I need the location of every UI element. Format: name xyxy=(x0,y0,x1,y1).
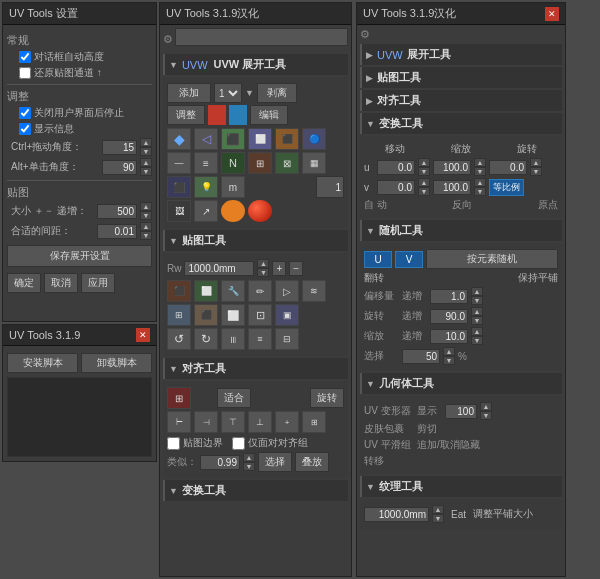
icon-row-input[interactable] xyxy=(316,176,344,198)
uvw-tools-header-r[interactable]: ▶ UVW 展开工具 xyxy=(360,44,562,65)
bake-icon-10[interactable]: ⊡ xyxy=(248,304,272,326)
u-z-input[interactable] xyxy=(489,160,527,175)
fit-button[interactable]: 适合 xyxy=(217,388,251,408)
u-z-up[interactable]: ▲ xyxy=(530,158,542,167)
bake-icon-16[interactable]: ⊟ xyxy=(275,328,299,350)
install-panel-close[interactable]: ✕ xyxy=(136,328,150,342)
uvw-tools-header[interactable]: ▼ UVW UVW 展开工具 xyxy=(163,54,348,75)
peel-button[interactable]: 剥离 xyxy=(257,83,297,103)
rw-down[interactable]: ▼ xyxy=(257,268,269,277)
ok-button[interactable]: 确定 xyxy=(7,273,41,293)
size-step-input[interactable] xyxy=(97,204,137,219)
similar-input[interactable] xyxy=(200,455,240,470)
count-select[interactable]: 1 xyxy=(214,83,242,103)
face-align-checkbox[interactable] xyxy=(232,437,245,450)
select-up[interactable]: ▲ xyxy=(443,347,455,356)
display-up[interactable]: ▲ xyxy=(480,402,492,411)
v-x-spinner[interactable]: ▲ ▼ xyxy=(418,178,430,196)
cancel-button[interactable]: 取消 xyxy=(44,273,78,293)
tool-icon-16[interactable]: 🖼 xyxy=(167,200,191,222)
bake-icon-8[interactable]: ⬛ xyxy=(194,304,218,326)
tool-icon-11[interactable]: ⊠ xyxy=(275,152,299,174)
rotate-down[interactable]: ▼ xyxy=(471,316,483,325)
u-z-spinner[interactable]: ▲ ▼ xyxy=(530,158,542,176)
align-icon-1[interactable]: ⊞ xyxy=(167,387,191,409)
u-z-down[interactable]: ▼ xyxy=(530,167,542,176)
spacing-up[interactable]: ▲ xyxy=(140,222,152,231)
select-input[interactable] xyxy=(402,349,440,364)
bake-icon-9[interactable]: ⬜ xyxy=(221,304,245,326)
alt-angle-input[interactable] xyxy=(102,160,137,175)
apply-button[interactable]: 应用 xyxy=(81,273,115,293)
dialog-auto-height-checkbox[interactable] xyxy=(19,51,31,63)
similar-up[interactable]: ▲ xyxy=(243,453,255,462)
texture-tools-header[interactable]: ▼ 纹理工具 xyxy=(360,476,562,497)
bake-icon-12[interactable]: ↺ xyxy=(167,328,191,350)
u-x-down[interactable]: ▼ xyxy=(418,167,430,176)
random-tools-header[interactable]: ▼ 随机工具 xyxy=(360,220,562,241)
add-button[interactable]: 添加 xyxy=(167,83,211,103)
offset-up[interactable]: ▲ xyxy=(471,287,483,296)
tool-icon-7[interactable]: — xyxy=(167,152,191,174)
tool-icon-5[interactable]: ⬛ xyxy=(275,128,299,150)
offset-down[interactable]: ▼ xyxy=(471,296,483,305)
spacing-down[interactable]: ▼ xyxy=(140,231,152,240)
tool-icon-13[interactable]: ⬛ xyxy=(167,176,191,198)
display-spinner[interactable]: ▲ ▼ xyxy=(480,402,492,420)
v-y-input[interactable] xyxy=(433,180,471,195)
display-down[interactable]: ▼ xyxy=(480,411,492,420)
scale-random-spinner[interactable]: ▲ ▼ xyxy=(471,327,483,345)
install-button[interactable]: 安装脚本 xyxy=(7,353,78,373)
offset-spinner[interactable]: ▲ ▼ xyxy=(471,287,483,305)
stitch-border-checkbox[interactable] xyxy=(167,437,180,450)
bake-icon-11[interactable]: ▣ xyxy=(275,304,299,326)
offset-input[interactable] xyxy=(430,289,468,304)
ctrl-angle-spinner[interactable]: ▲ ▼ xyxy=(140,138,152,156)
bake-icon-15[interactable]: ≡ xyxy=(248,328,272,350)
select-down[interactable]: ▼ xyxy=(443,356,455,365)
tool-icon-8[interactable]: ≡ xyxy=(194,152,218,174)
tool-icon-17[interactable]: ↗ xyxy=(194,200,218,222)
v-y-down[interactable]: ▼ xyxy=(474,187,486,196)
proportional-button[interactable]: 等比例 xyxy=(489,179,524,196)
tool-icon-1[interactable]: ◆ xyxy=(167,128,191,150)
size-step-spinner[interactable]: ▲ ▼ xyxy=(140,202,152,220)
scale-random-up[interactable]: ▲ xyxy=(471,327,483,336)
search-input[interactable] xyxy=(175,28,348,46)
align-icon-5[interactable]: ⊥ xyxy=(248,411,272,433)
tool-icon-4[interactable]: ⬜ xyxy=(248,128,272,150)
bake-icon-6[interactable]: ≋ xyxy=(302,280,326,302)
v-y-spinner[interactable]: ▲ ▼ xyxy=(474,178,486,196)
scale-random-down[interactable]: ▼ xyxy=(471,336,483,345)
ctrl-angle-down[interactable]: ▼ xyxy=(140,147,152,156)
u-random-button[interactable]: U xyxy=(364,251,392,268)
display-input[interactable] xyxy=(445,404,477,419)
align-icon-3[interactable]: ⊣ xyxy=(194,411,218,433)
v-x-input[interactable] xyxy=(377,180,415,195)
save-settings-button[interactable]: 保存展开设置 xyxy=(7,245,152,267)
adjust-button[interactable]: 调整 xyxy=(167,105,205,125)
rw-input[interactable] xyxy=(184,261,254,276)
u-x-input[interactable] xyxy=(377,160,415,175)
restore-bake-channel-checkbox[interactable] xyxy=(19,67,31,79)
bake-tools-header[interactable]: ▼ 贴图工具 xyxy=(163,230,348,251)
similar-down[interactable]: ▼ xyxy=(243,462,255,471)
transform-tools-header-r[interactable]: ▼ 变换工具 xyxy=(360,113,562,134)
texture-size-spinner[interactable]: ▲ ▼ xyxy=(432,505,444,523)
edit-button[interactable]: 编辑 xyxy=(250,105,288,125)
rotate-align-button[interactable]: 旋转 xyxy=(310,388,344,408)
overlay-button[interactable]: 叠放 xyxy=(295,452,329,472)
spacing-spinner[interactable]: ▲ ▼ xyxy=(140,222,152,240)
align-icon-2[interactable]: ⊢ xyxy=(167,411,191,433)
tool-icon-14[interactable]: 💡 xyxy=(194,176,218,198)
by-element-random-button[interactable]: 按元素随机 xyxy=(426,249,558,269)
v-x-up[interactable]: ▲ xyxy=(418,178,430,187)
alt-angle-up[interactable]: ▲ xyxy=(140,158,152,167)
bake-icon-1[interactable]: ⬛ xyxy=(167,280,191,302)
bake-icon-14[interactable]: ⫼ xyxy=(221,328,245,350)
size-step-down[interactable]: ▼ xyxy=(140,211,152,220)
u-y-up[interactable]: ▲ xyxy=(474,158,486,167)
spacing-input[interactable] xyxy=(97,224,137,239)
u-x-up[interactable]: ▲ xyxy=(418,158,430,167)
similar-spinner[interactable]: ▲ ▼ xyxy=(243,453,255,471)
